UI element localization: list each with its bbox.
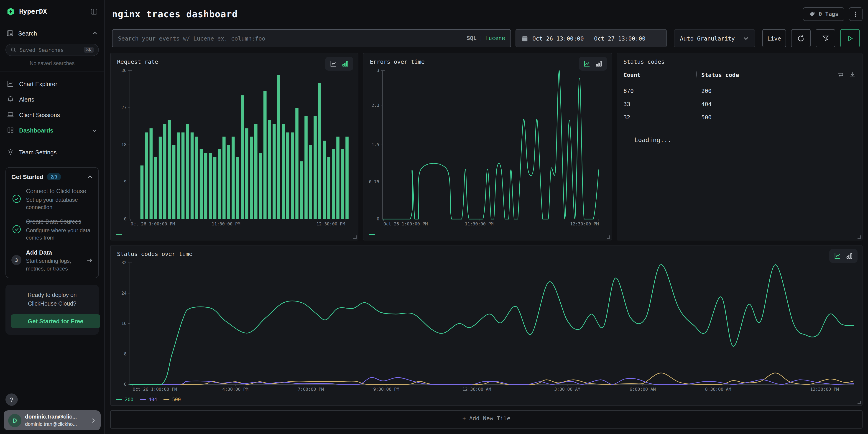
event-search-input[interactable]: [118, 35, 463, 42]
tile-resize-handle[interactable]: [353, 236, 356, 239]
filter-button[interactable]: [816, 29, 835, 48]
sql-toggle[interactable]: SQL: [467, 35, 476, 41]
legend-item[interactable]: [369, 234, 375, 235]
column-header-status-code[interactable]: Status code: [701, 71, 837, 78]
refresh-button[interactable]: [791, 29, 811, 48]
clickhouse-cloud-card: Ready to deploy on ClickHouse Cloud? Get…: [5, 285, 99, 335]
live-button[interactable]: Live: [762, 29, 786, 48]
tags-button[interactable]: 0 Tags: [803, 7, 844, 21]
step-connect-clickhouse[interactable]: Connect to ClickHouse Set up your databa…: [11, 187, 93, 211]
app-window: HyperDX Search ⌘K No: [0, 0, 868, 434]
tile-errors-over-time: Errors over time 00.751.52.33Oct 26 1:00…: [363, 53, 612, 241]
bar-chart-icon[interactable]: [846, 252, 853, 259]
filter-icon: [822, 35, 829, 42]
add-new-tile-button[interactable]: + Add New Tile: [110, 410, 863, 429]
tile-title: Status codes over time: [111, 245, 862, 257]
saved-searches-input[interactable]: ⌘K: [5, 44, 99, 56]
granularity-select[interactable]: Auto Granularity: [674, 29, 755, 48]
column-header-count[interactable]: Count: [623, 71, 696, 78]
svg-text:3: 3: [377, 68, 379, 73]
svg-text:12:30:00 AM: 12:30:00 AM: [462, 386, 491, 392]
sidebar-bottom: ? D dominic.tran@clic... dominic.tran@cl…: [0, 394, 104, 434]
help-button[interactable]: ?: [5, 394, 18, 406]
svg-text:Oct 26 1:00:00 PM: Oct 26 1:00:00 PM: [131, 221, 175, 226]
svg-text:0.75: 0.75: [369, 179, 379, 184]
line-chart-icon[interactable]: [330, 60, 337, 67]
time-range-picker[interactable]: Oct 26 13:00:00 - Oct 27 13:00:00: [516, 29, 667, 48]
sidebar-item-chart-explorer[interactable]: Chart Explorer: [0, 76, 104, 92]
bar-chart-icon[interactable]: [595, 60, 602, 67]
wrap-rows-icon[interactable]: [837, 71, 844, 78]
cloud-text-line2: ClickHouse Cloud?: [28, 301, 76, 307]
tile-status-codes-over-time: Status codes over time 08162432Oct 26 1:…: [110, 245, 863, 406]
svg-text:36: 36: [121, 68, 127, 73]
bar-chart-icon[interactable]: [342, 60, 349, 67]
get-started-title: Get Started: [11, 173, 43, 180]
page-header: nginx traces dashboard 0 Tags: [105, 0, 868, 26]
check-circle-icon: [11, 194, 22, 204]
user-account-chip[interactable]: D dominic.tran@clic... dominic.tran@clic…: [4, 410, 101, 430]
search-panel-icon: [6, 30, 14, 37]
svg-text:12:30:00 PM: 12:30:00 PM: [570, 221, 599, 226]
sidebar-item-team-settings[interactable]: Team Settings: [0, 144, 104, 160]
search-section: Search ⌘K No saved searches: [0, 23, 104, 71]
tile-resize-handle[interactable]: [858, 401, 861, 404]
avatar: D: [8, 414, 22, 427]
collapse-sidebar-icon[interactable]: [90, 7, 98, 15]
chevron-down-icon: [743, 35, 749, 41]
tile-resize-handle[interactable]: [607, 236, 610, 239]
svg-text:6:00:00 AM: 6:00:00 AM: [629, 386, 656, 392]
event-search-box[interactable]: SQL | Lucene: [112, 29, 511, 48]
sidebar-item-dashboards[interactable]: Dashboards: [0, 123, 104, 138]
saved-searches-field[interactable]: [20, 47, 81, 53]
line-chart-icon[interactable]: [834, 252, 841, 259]
svg-text:8: 8: [124, 351, 127, 356]
search-icon: [10, 47, 17, 53]
check-circle-icon: [11, 225, 22, 234]
play-icon: [846, 35, 854, 42]
no-saved-searches-text: No saved searches: [0, 56, 104, 71]
chevron-up-icon[interactable]: [92, 30, 98, 36]
language-divider: |: [480, 35, 482, 41]
legend-item[interactable]: 404: [140, 397, 157, 402]
tile-title: Status codes: [617, 53, 862, 65]
granularity-value: Auto Granularity: [680, 35, 735, 42]
line-chart-icon[interactable]: [583, 60, 591, 67]
errors-chart[interactable]: 00.751.52.33Oct 26 1:00:00 PM11:30:00 PM…: [366, 66, 608, 228]
step-number-badge: 3: [11, 255, 22, 265]
lucene-toggle[interactable]: Lucene: [485, 35, 505, 41]
tile-resize-handle[interactable]: [858, 236, 861, 239]
sidebar-item-client-sessions[interactable]: Client Sessions: [0, 107, 104, 123]
svg-text:16: 16: [121, 321, 127, 326]
legend-item[interactable]: 200: [116, 397, 133, 402]
run-query-button[interactable]: [840, 29, 860, 48]
sidebar-item-search[interactable]: Search: [0, 26, 104, 41]
sidebar: HyperDX Search ⌘K No: [0, 0, 105, 434]
legend-item[interactable]: 500: [163, 397, 181, 402]
table-row[interactable]: 870200: [617, 84, 862, 97]
table-row[interactable]: 33404: [617, 97, 862, 111]
get-started-free-button[interactable]: Get Started for Free: [11, 314, 100, 328]
svg-text:11:30:00 PM: 11:30:00 PM: [212, 221, 241, 226]
tile-request-rate: Request rate 09182736Oct 26 1:00:00 PM11…: [110, 53, 359, 241]
page-title: nginx traces dashboard: [112, 9, 238, 20]
status-codes-over-time-chart[interactable]: 08162432Oct 26 1:00:00 PM4:30:00 PM7:00:…: [114, 258, 859, 394]
step-add-data[interactable]: 3 Add Data Start sending logs, metrics, …: [11, 248, 93, 272]
logo-row: HyperDX: [0, 0, 104, 23]
svg-text:0: 0: [124, 216, 127, 221]
column-resize-handle[interactable]: [696, 71, 697, 78]
get-started-card: Get Started 2/3 Connect to ClickHouse Se…: [5, 167, 99, 278]
svg-text:0: 0: [124, 382, 127, 386]
nav-divider: [0, 138, 104, 144]
chevron-up-icon[interactable]: [87, 174, 93, 180]
chart-type-toggle: [325, 57, 353, 70]
step-create-data-sources[interactable]: Create Data Sources Configure where your…: [11, 217, 93, 242]
download-icon[interactable]: [849, 71, 856, 78]
table-row[interactable]: 32500: [617, 111, 862, 124]
svg-text:27: 27: [121, 105, 127, 110]
request-rate-chart[interactable]: 09182736Oct 26 1:00:00 PM11:30:00 PM12:3…: [114, 66, 354, 228]
legend-item[interactable]: [116, 234, 122, 235]
sidebar-item-alerts[interactable]: Alerts: [0, 92, 104, 107]
svg-text:9: 9: [124, 179, 127, 184]
more-options-button[interactable]: [849, 7, 863, 21]
